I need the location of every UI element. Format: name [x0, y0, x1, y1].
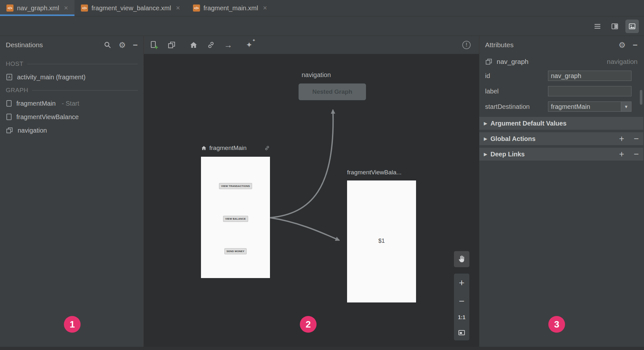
scrollbar-thumb[interactable]: [640, 90, 642, 105]
list-item-label: fragmentViewBalance: [16, 113, 79, 121]
attributes-header: Attributes ⚙ −: [479, 36, 643, 54]
start-destination-field-row: startDestination fragmentMain ▼: [479, 99, 643, 114]
fragment-icon: [6, 100, 12, 107]
label-field-row: label: [479, 83, 643, 99]
gear-icon[interactable]: ⚙: [618, 41, 625, 49]
deep-link-icon[interactable]: [207, 41, 215, 49]
selected-value: fragmentMain: [548, 103, 621, 110]
search-icon[interactable]: [104, 41, 111, 49]
list-item-activity-main[interactable]: A activity_main (fragment): [6, 73, 138, 81]
attributes-panel: Attributes ⚙ − nav_graph navigation id l…: [479, 36, 643, 350]
field-label-start-destination: startDestination: [485, 103, 548, 110]
list-item-fragment-view-balance[interactable]: fragmentViewBalance: [6, 113, 138, 121]
main-content: Destinations ⚙ − HOST A activity_main (f…: [0, 36, 644, 350]
svg-text:A: A: [8, 75, 11, 79]
list-item-navigation[interactable]: navigation: [6, 127, 138, 134]
xml-file-icon: </>: [193, 4, 200, 12]
link-icon: [264, 145, 270, 151]
new-nested-graph-icon[interactable]: [168, 41, 176, 49]
component-name: nav_graph: [497, 58, 528, 66]
chevron-down-icon[interactable]: ▼: [621, 102, 631, 111]
tab-nav-graph[interactable]: </> nav_graph.xml ×: [0, 0, 74, 16]
field-label-id: id: [485, 72, 548, 80]
id-field[interactable]: [548, 71, 631, 81]
editor-mode-row: [0, 16, 644, 36]
collapse-triangle-icon: ▶: [484, 136, 487, 141]
nav-graph-canvas[interactable]: navigation Nested Graph fragmentMain: [144, 54, 479, 350]
close-icon[interactable]: ×: [176, 4, 180, 12]
view-mode-switcher: [591, 20, 639, 33]
close-icon[interactable]: ×: [263, 4, 267, 12]
preview-button: SEND MONEY: [224, 248, 247, 254]
warning-indicator-icon[interactable]: !: [462, 41, 471, 49]
pan-tool-button[interactable]: [454, 251, 469, 267]
list-item-label: navigation: [18, 127, 47, 134]
annotation-badge-1: 1: [64, 316, 81, 333]
label-field[interactable]: [548, 86, 631, 96]
start-suffix: - Start: [62, 100, 79, 107]
id-field-row: id: [479, 68, 643, 83]
zoom-to-fit-button[interactable]: [458, 329, 465, 336]
activity-icon: A: [6, 73, 13, 81]
close-icon[interactable]: ×: [64, 4, 68, 12]
xml-file-icon: </>: [6, 4, 13, 12]
collapse-triangle-icon: ▶: [484, 152, 487, 157]
zoom-out-button[interactable]: −: [459, 296, 465, 306]
xml-file-icon: </>: [81, 4, 88, 12]
collapse-triangle-icon: ▶: [484, 121, 487, 126]
android-studio-nav-editor: </> nav_graph.xml × </> fragment_view_ba…: [0, 0, 644, 350]
split-view-icon: [611, 22, 619, 30]
tab-fragment-view-balance[interactable]: </> fragment_view_balance.xml ×: [74, 0, 187, 16]
design-view-icon: [628, 22, 636, 30]
gear-icon[interactable]: ⚙: [118, 41, 126, 49]
node-title: fragmentMain: [209, 144, 247, 152]
section-argument-default-values[interactable]: ▶ Argument Default Values: [479, 117, 643, 130]
hand-icon: [457, 255, 466, 263]
hide-panel-icon[interactable]: −: [633, 41, 638, 49]
add-destination-icon[interactable]: [150, 40, 159, 49]
destinations-panel: Destinations ⚙ − HOST A activity_main (f…: [0, 36, 144, 350]
design-toolbar: → ✦ ✦ !: [144, 36, 479, 54]
action-arrow-icon[interactable]: →: [224, 41, 232, 49]
fragment-main-preview[interactable]: VIEW TRANSACTIONS VIEW BALANCE SEND MONE…: [201, 157, 270, 278]
annotation-badge-2: 2: [300, 316, 317, 333]
fragment-main-header[interactable]: fragmentMain: [201, 144, 270, 152]
start-destination-select[interactable]: fragmentMain ▼: [548, 101, 631, 112]
annotation-badge-3: 3: [548, 316, 565, 333]
component-type: navigation: [607, 58, 638, 66]
section-deep-links[interactable]: ▶ Deep Links + −: [479, 148, 643, 161]
nested-graph-node[interactable]: Nested Graph: [299, 83, 366, 100]
fragment-icon: [6, 113, 12, 121]
destinations-list: HOST A activity_main (fragment) GRAPH fr…: [0, 54, 144, 142]
list-item-label: fragmentMain: [16, 100, 56, 107]
auto-arrange-icon[interactable]: ✦ ✦: [246, 40, 252, 49]
add-deep-link-button[interactable]: +: [619, 150, 624, 159]
window-bottom-edge: [0, 347, 644, 350]
list-item-label: activity_main (fragment): [17, 74, 85, 81]
section-global-actions[interactable]: ▶ Global Actions + −: [479, 132, 643, 145]
graph-group-label: GRAPH: [6, 87, 138, 94]
preview-text: $1: [347, 238, 416, 244]
tab-label: fragment_view_balance.xml: [91, 4, 171, 12]
code-view-button[interactable]: [591, 20, 604, 33]
split-view-button[interactable]: [608, 20, 622, 33]
fragment-view-balance-header[interactable]: fragmentViewBala...: [347, 168, 416, 177]
attributes-title: Attributes: [485, 41, 611, 49]
nested-graph-title: navigation: [284, 71, 348, 79]
design-view-button[interactable]: [625, 20, 639, 33]
remove-global-action-button[interactable]: −: [634, 135, 639, 143]
tab-fragment-main[interactable]: </> fragment_main.xml ×: [187, 0, 274, 16]
add-global-action-button[interactable]: +: [619, 135, 624, 143]
hide-panel-icon[interactable]: −: [133, 41, 138, 49]
tab-label: fragment_main.xml: [204, 4, 258, 12]
fragment-view-balance-preview[interactable]: $1: [347, 180, 416, 302]
node-title: fragmentViewBala...: [347, 169, 402, 176]
remove-deep-link-button[interactable]: −: [634, 150, 639, 159]
destinations-title: Destinations: [6, 41, 97, 49]
list-item-fragment-main[interactable]: fragmentMain - Start: [6, 100, 138, 107]
assign-start-icon[interactable]: [189, 41, 198, 49]
zoom-in-button[interactable]: +: [459, 278, 465, 288]
editor-tab-bar: </> nav_graph.xml × </> fragment_view_ba…: [0, 0, 644, 16]
zoom-actual-size-button[interactable]: 1:1: [458, 315, 465, 320]
selected-component-row: nav_graph navigation: [479, 54, 643, 68]
